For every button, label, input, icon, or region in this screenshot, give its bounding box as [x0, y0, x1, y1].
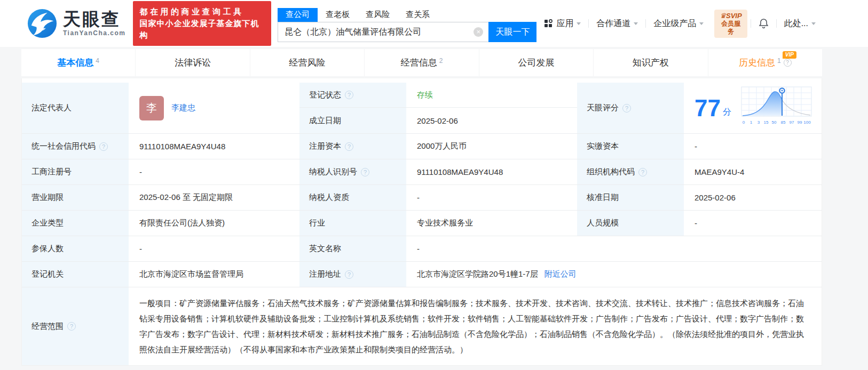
- tab-business-info[interactable]: 经营信息 2: [364, 49, 478, 76]
- tianyancha-logo[interactable]: 天眼查 TianYanCha.com: [27, 8, 125, 39]
- top-header: 天眼查 TianYanCha.com 都在用的商业查询工具 国家中小企业发展子基…: [0, 0, 868, 47]
- field-label-taxpayer-id: 纳税人识别号?: [299, 159, 406, 185]
- nav-apps-label: 应用: [556, 18, 573, 29]
- svip-line1: ♛SVIP: [720, 12, 742, 20]
- tianyancha-logo-icon: [27, 8, 58, 39]
- field-label-industry: 行业: [299, 211, 406, 236]
- field-value-business-scope: 一般项目：矿产资源储量评估服务；石油天然气技术服务；矿产资源储量估算和报告编制服…: [129, 287, 822, 365]
- tab-operating-risk[interactable]: 经营风险: [250, 49, 364, 76]
- help-icon[interactable]: ?: [784, 59, 792, 67]
- help-icon[interactable]: ?: [345, 270, 353, 279]
- field-value-company-type: 有限责任公司(法人独资): [129, 211, 299, 236]
- field-label-reg-capital: 注册资本?: [299, 134, 406, 159]
- basic-info-card: 法定代表人 李 李建忠 登记状态? 存续 天眼评分? 77 分: [21, 78, 822, 366]
- field-label-org-code: 组织机构代码?: [577, 159, 684, 185]
- search-button[interactable]: 天眼一下: [488, 22, 536, 42]
- field-label-reg-authority: 登记机关: [22, 262, 129, 287]
- field-label-reg-address: 注册地址?: [299, 262, 406, 287]
- svg-text:0: 0: [743, 120, 745, 125]
- field-value-credit-code: 91110108MAEA9Y4U48: [129, 134, 299, 159]
- field-value-business-term: 2025-02-06 至 无固定期限: [129, 185, 299, 211]
- field-label-business-scope: 经营范围?: [22, 287, 129, 365]
- user-name: 此处...: [784, 18, 808, 29]
- field-label-credit-code: 统一社会信用代码?: [22, 134, 129, 159]
- nav-apps[interactable]: 应用: [536, 18, 588, 29]
- field-value-industry: 专业技术服务业: [406, 211, 577, 236]
- field-label-staff-size: 人员规模: [577, 211, 684, 236]
- notification-bell-icon[interactable]: [751, 18, 776, 29]
- help-icon[interactable]: ?: [361, 168, 369, 176]
- score-number: 77: [695, 96, 721, 120]
- svg-text:50: 50: [772, 120, 777, 125]
- svg-text:3: 3: [757, 120, 760, 125]
- field-label-reg-number: 工商注册号: [22, 159, 129, 185]
- tab-count: 1: [777, 57, 781, 65]
- field-label-english-name: 英文名称: [299, 236, 406, 262]
- chevron-down-icon: [634, 22, 638, 25]
- search-input[interactable]: [278, 22, 488, 42]
- help-icon[interactable]: ?: [345, 91, 353, 99]
- field-label-score: 天眼评分?: [577, 83, 684, 134]
- nav-partner-label: 合作通道: [596, 18, 630, 29]
- svip-line2: 会员服务: [720, 20, 742, 36]
- slogan-line1: 都在用的商业查询工具: [139, 6, 265, 18]
- field-label-taxpayer-quality: 纳税人资质: [299, 185, 406, 211]
- nearby-companies-link[interactable]: 附近公司: [545, 269, 577, 279]
- help-icon[interactable]: ?: [99, 142, 108, 151]
- field-label-paid-capital: 实缴资本: [577, 134, 684, 159]
- field-label-legal-rep: 法定代表人: [22, 83, 129, 134]
- field-value-taxpayer-id: 91110108MAEA9Y4U48: [406, 159, 577, 185]
- tab-count: 4: [96, 57, 99, 65]
- tab-basic-info[interactable]: 基本信息 4: [21, 49, 135, 76]
- chevron-down-icon: [577, 22, 581, 25]
- tab-intellectual-property[interactable]: 知识产权: [593, 49, 707, 76]
- brand-name: 天眼查: [63, 10, 125, 28]
- tab-company-development[interactable]: 公司发展: [479, 49, 593, 76]
- search-area: 查公司 查老板 查风险 查关系 × 天眼一下: [278, 8, 536, 42]
- field-value-reg-capital: 2000万人民币: [406, 134, 577, 159]
- svip-member-badge[interactable]: ♛SVIP 会员服务: [714, 10, 747, 38]
- company-info-table: 法定代表人 李 李建忠 登记状态? 存续 天眼评分? 77 分: [22, 83, 822, 365]
- tab-count: 2: [439, 57, 443, 65]
- legal-rep-link[interactable]: 李建忠: [171, 103, 195, 113]
- svg-text:85: 85: [781, 120, 786, 125]
- nav-partner-channel[interactable]: 合作通道: [589, 18, 645, 29]
- nav-enterprise-products[interactable]: 企业级产品: [646, 18, 711, 29]
- field-value-legal-rep: 李 李建忠: [129, 83, 299, 134]
- svg-text:1: 1: [750, 120, 753, 125]
- field-value-reg-number: -: [129, 159, 299, 185]
- help-icon[interactable]: ?: [638, 168, 647, 176]
- tab-history-info[interactable]: VIP 历史信息 1 ?: [708, 49, 822, 76]
- help-icon[interactable]: ?: [622, 104, 631, 112]
- field-value-insured-count: -: [129, 236, 299, 262]
- chevron-down-icon: [699, 22, 704, 25]
- svg-text:99: 99: [798, 120, 802, 125]
- field-label-insured-count: 参保人数: [22, 236, 129, 262]
- user-menu[interactable]: 此处...: [777, 18, 823, 29]
- score-distribution-chart: 0 1 3 15 50 85 97 99 100: [741, 86, 812, 130]
- search-tab-boss[interactable]: 查老板: [318, 8, 358, 22]
- chevron-down-icon: [811, 22, 816, 25]
- svg-text:15: 15: [764, 120, 769, 125]
- field-label-business-term: 营业期限: [22, 185, 129, 211]
- field-label-company-type: 企业类型: [22, 211, 129, 236]
- avatar[interactable]: 李: [139, 96, 164, 120]
- tab-legal-litigation[interactable]: 法律诉讼: [135, 49, 249, 76]
- search-tab-risk[interactable]: 查风险: [358, 8, 398, 22]
- score-unit: 分: [723, 107, 731, 118]
- help-icon[interactable]: ?: [67, 322, 76, 331]
- field-value-taxpayer-quality: -: [406, 185, 577, 211]
- nav-enterprise-label: 企业级产品: [653, 18, 696, 29]
- search-tab-company[interactable]: 查公司: [278, 8, 318, 22]
- field-value-score: 77 分: [684, 83, 822, 134]
- search-tab-relation[interactable]: 查关系: [398, 8, 438, 22]
- svg-text:97: 97: [790, 120, 794, 125]
- field-value-est-date: 2025-02-06: [406, 108, 577, 134]
- field-value-staff-size: -: [684, 211, 822, 236]
- field-value-english-name: -: [406, 236, 822, 262]
- field-label-approval-date: 核准日期: [577, 185, 684, 211]
- apps-grid-icon: [544, 19, 553, 28]
- search-tabs: 查公司 查老板 查风险 查关系: [278, 8, 536, 22]
- slogan-line2: 国家中小企业发展子基金旗下机构: [139, 18, 265, 41]
- help-icon[interactable]: ?: [345, 142, 353, 151]
